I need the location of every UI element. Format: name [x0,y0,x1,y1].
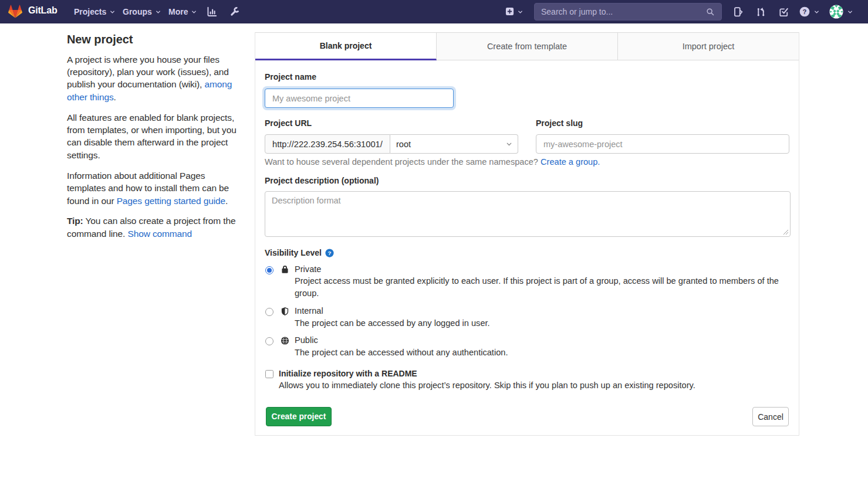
svg-text:?: ? [803,8,807,15]
svg-text:?: ? [327,250,331,256]
